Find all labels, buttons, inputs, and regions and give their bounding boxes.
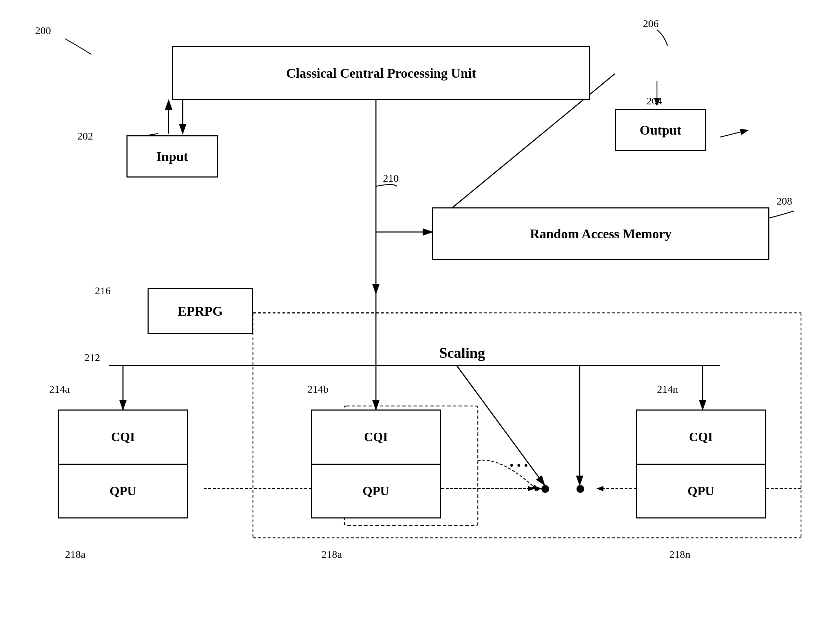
cpu-box: Classical Central Processing Unit xyxy=(172,46,590,100)
input-label: Input xyxy=(156,149,188,164)
ref-214b: 214b xyxy=(307,383,328,395)
eprpg-box: EPRPG xyxy=(148,288,253,334)
ref-210: 210 xyxy=(383,172,399,184)
cqi-a-label: CQI xyxy=(59,411,187,465)
output-box: Output xyxy=(615,109,706,151)
ref-204: 204 xyxy=(646,95,662,107)
cqi-b-label: CQI xyxy=(312,411,440,465)
qpu-a-label: QPU xyxy=(59,465,187,518)
ram-label: Random Access Memory xyxy=(530,226,671,241)
qpu-n-label: QPU xyxy=(637,465,765,518)
qpu-b-label: QPU xyxy=(312,465,440,518)
ref-208: 208 xyxy=(776,195,792,207)
ref-216: 216 xyxy=(95,285,111,297)
ram-box: Random Access Memory xyxy=(432,207,769,260)
svg-line-19 xyxy=(457,366,545,485)
ellipsis: ··· xyxy=(509,455,531,475)
dot-1 xyxy=(542,485,549,493)
ref-200: 200 xyxy=(35,25,51,37)
ref-218a2: 218a xyxy=(321,548,342,560)
ref-214n: 214n xyxy=(657,383,678,395)
output-label: Output xyxy=(640,122,681,138)
dot-2 xyxy=(576,485,584,493)
ref-214a: 214a xyxy=(49,383,70,395)
ref-218a1: 218a xyxy=(65,548,85,560)
qpu-box-b: CQI QPU xyxy=(311,410,441,519)
ref-202: 202 xyxy=(77,130,93,142)
scaling-label: Scaling xyxy=(439,344,485,361)
cqi-n-label: CQI xyxy=(637,411,765,465)
qpu-box-a: CQI QPU xyxy=(58,410,188,519)
ref-218n: 218n xyxy=(669,548,690,560)
ref-212: 212 xyxy=(84,351,100,363)
ref-206: 206 xyxy=(643,18,659,30)
qpu-box-n: CQI QPU xyxy=(636,410,766,519)
cpu-label: Classical Central Processing Unit xyxy=(286,65,476,81)
input-box: Input xyxy=(127,135,218,178)
eprpg-label: EPRPG xyxy=(178,304,223,319)
